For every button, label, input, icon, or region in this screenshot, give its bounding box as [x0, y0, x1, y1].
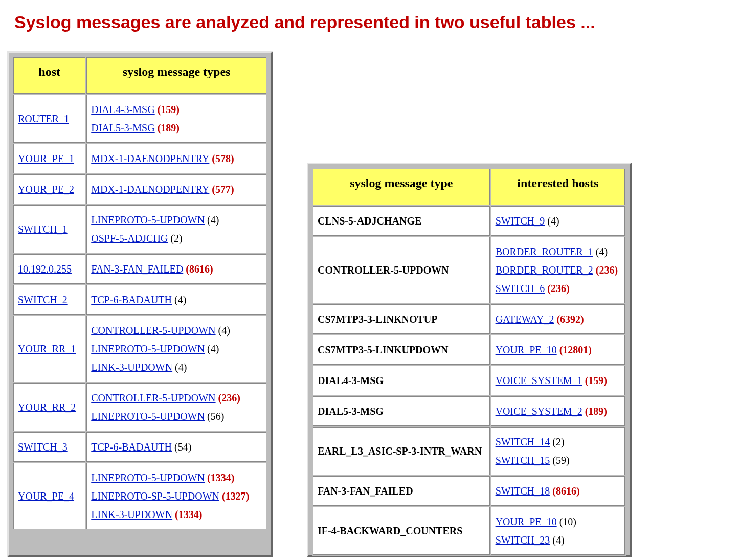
msg-types-cell: CONTROLLER-5-UPDOWN (4)LINEPROTO-5-UPDOW… [86, 316, 266, 382]
table-row: YOUR_PE_4LINEPROTO-5-UPDOWN (1334)LINEPR… [13, 463, 266, 529]
msg-count: (577) [209, 184, 234, 195]
table-row: SWITCH_2TCP-6-BADAUTH (4) [13, 285, 266, 315]
msg-entry: LINEPROTO-SP-5-UPDOWN (1327) [91, 489, 262, 503]
interested-hosts-cell: YOUR_PE_10 (12801) [491, 335, 625, 365]
host-link[interactable]: BORDER_ROUTER_1 [496, 246, 593, 257]
msg-types-cell: LINEPROTO-5-UPDOWN (4)OSPF-5-ADJCHG (2) [86, 205, 266, 253]
msg-type-link[interactable]: LINEPROTO-5-UPDOWN [91, 343, 205, 354]
interested-hosts-cell: VOICE_SYSTEM_1 (159) [491, 366, 625, 395]
msg-types-cell: FAN-3-FAN_FAILED (8616) [86, 254, 266, 284]
interested-hosts-cell: YOUR_PE_10 (10)SWITCH_23 (4) [491, 507, 625, 555]
host-cell: YOUR_PE_2 [13, 174, 85, 204]
msg-entry: LINEPROTO-5-UPDOWN (4) [91, 342, 262, 356]
msg-entry: TCP-6-BADAUTH (4) [91, 293, 262, 307]
msg-type-link[interactable]: DIAL5-3-MSG [91, 122, 154, 133]
host-link[interactable]: SWITCH_15 [496, 455, 550, 466]
msg-type-link[interactable]: LINK-3-UPDOWN [91, 509, 172, 520]
msg-type-link[interactable]: MDX-1-DAENODPENTRY [91, 153, 209, 164]
interested-hosts-cell: GATEWAY_2 (6392) [491, 304, 625, 334]
host-link[interactable]: YOUR_PE_1 [18, 153, 74, 164]
msg-type-link[interactable]: DIAL4-3-MSG [91, 104, 154, 115]
msg-entry: TCP-6-BADAUTH (54) [91, 440, 262, 454]
host-entry: GATEWAY_2 (6392) [496, 312, 620, 326]
table-row: ROUTER_1DIAL4-3-MSG (159)DIAL5-3-MSG (18… [13, 95, 266, 143]
host-link[interactable]: YOUR_PE_10 [496, 516, 557, 527]
table-row: YOUR_PE_1MDX-1-DAENODPENTRY (578) [13, 144, 266, 173]
msg-type-link[interactable]: LINK-3-UPDOWN [91, 362, 172, 373]
msg-count: (1334) [205, 472, 234, 483]
msg-type-link[interactable]: CONTROLLER-5-UPDOWN [91, 392, 215, 404]
msg-entry: LINK-3-UPDOWN (4) [91, 360, 262, 374]
host-link[interactable]: SWITCH_6 [496, 283, 545, 294]
host-entry: SWITCH_9 (4) [496, 214, 620, 228]
table-row: CLNS-5-ADJCHANGESWITCH_9 (4) [313, 206, 625, 236]
msg-type-link[interactable]: LINEPROTO-SP-5-UPDOWN [91, 490, 219, 502]
host-count: (4) [545, 215, 559, 227]
page-title: Syslog messages are analyzed and represe… [14, 12, 726, 32]
host-link[interactable]: SWITCH_1 [18, 223, 68, 235]
host-link[interactable]: YOUR_PE_10 [496, 344, 557, 355]
host-link[interactable]: VOICE_SYSTEM_2 [496, 406, 582, 417]
msg-entry: DIAL5-3-MSG (189) [91, 121, 262, 135]
table-row: IF-4-BACKWARD_COUNTERSYOUR_PE_10 (10)SWI… [313, 507, 625, 555]
msg-types-cell: LINEPROTO-5-UPDOWN (1334)LINEPROTO-SP-5-… [86, 463, 266, 529]
msg-type-link[interactable]: TCP-6-BADAUTH [91, 441, 172, 453]
msg-type-link[interactable]: FAN-3-FAN_FAILED [91, 263, 183, 275]
host-syslog-table: host syslog message types ROUTER_1DIAL4-… [12, 56, 267, 530]
host-link[interactable]: SWITCH_3 [18, 441, 68, 453]
host-link[interactable]: 10.192.0.255 [18, 263, 72, 275]
type-hosts-table: syslog message type interested hosts CLN… [312, 168, 626, 556]
host-link[interactable]: SWITCH_23 [496, 534, 550, 546]
msg-type-label: EARL_L3_ASIC-SP-3-INTR_WARN [318, 445, 482, 457]
host-entry: SWITCH_18 (8616) [496, 484, 620, 498]
host-link[interactable]: ROUTER_1 [18, 113, 69, 124]
msg-types-cell: DIAL4-3-MSG (159)DIAL5-3-MSG (189) [86, 95, 266, 143]
msg-entry: OSPF-5-ADJCHG (2) [91, 231, 262, 245]
msg-type-link[interactable]: LINEPROTO-5-UPDOWN [91, 472, 205, 483]
table-row: FAN-3-FAN_FAILEDSWITCH_18 (8616) [313, 476, 625, 506]
msg-count: (189) [155, 122, 180, 133]
msg-type-link[interactable]: LINEPROTO-5-UPDOWN [91, 411, 205, 422]
host-link[interactable]: YOUR_PE_2 [18, 184, 74, 195]
msg-type-link[interactable]: MDX-1-DAENODPENTRY [91, 184, 209, 195]
col-host: host [13, 57, 85, 94]
host-link[interactable]: SWITCH_14 [496, 436, 550, 447]
host-cell: SWITCH_2 [13, 285, 85, 315]
msg-type-link[interactable]: OSPF-5-ADJCHG [91, 233, 168, 244]
host-entry: VOICE_SYSTEM_1 (159) [496, 373, 620, 388]
msg-count: (4) [172, 294, 186, 305]
host-entry: BORDER_ROUTER_1 (4) [496, 244, 620, 259]
host-link[interactable]: YOUR_RR_2 [18, 401, 76, 413]
host-link[interactable]: GATEWAY_2 [496, 313, 554, 325]
host-cell: 10.192.0.255 [13, 254, 85, 284]
host-link[interactable]: YOUR_RR_1 [18, 343, 76, 354]
table-row: CONTROLLER-5-UPDOWNBORDER_ROUTER_1 (4)BO… [313, 237, 625, 303]
host-link[interactable]: VOICE_SYSTEM_1 [496, 375, 582, 386]
host-link[interactable]: SWITCH_18 [496, 485, 550, 497]
msg-type-link[interactable]: TCP-6-BADAUTH [91, 294, 172, 305]
msg-type-cell: DIAL4-3-MSG [313, 366, 490, 395]
host-count: (236) [545, 283, 569, 294]
host-cell: SWITCH_1 [13, 205, 85, 253]
host-link[interactable]: SWITCH_9 [496, 215, 545, 227]
host-link[interactable]: BORDER_ROUTER_2 [496, 264, 593, 276]
msg-type-link[interactable]: CONTROLLER-5-UPDOWN [91, 325, 215, 336]
table-row: YOUR_RR_1CONTROLLER-5-UPDOWN (4)LINEPROT… [13, 316, 266, 382]
interested-hosts-cell: SWITCH_14 (2)SWITCH_15 (59) [491, 427, 625, 475]
msg-type-link[interactable]: LINEPROTO-5-UPDOWN [91, 214, 205, 226]
host-count: (2) [550, 436, 564, 447]
msg-entry: LINEPROTO-5-UPDOWN (56) [91, 409, 262, 423]
msg-type-label: DIAL4-3-MSG [318, 375, 384, 386]
table-row: CS7MTP3-3-LINKNOTUPGATEWAY_2 (6392) [313, 304, 625, 334]
host-link[interactable]: SWITCH_2 [18, 294, 68, 305]
msg-type-cell: EARL_L3_ASIC-SP-3-INTR_WARN [313, 427, 490, 475]
table-row: SWITCH_1LINEPROTO-5-UPDOWN (4)OSPF-5-ADJ… [13, 205, 266, 253]
table-row: CS7MTP3-5-LINKUPDOWNYOUR_PE_10 (12801) [313, 335, 625, 365]
host-cell: YOUR_RR_2 [13, 383, 85, 431]
msg-type-label: FAN-3-FAN_FAILED [318, 485, 413, 497]
host-count: (189) [582, 406, 607, 417]
host-entry: SWITCH_23 (4) [496, 533, 620, 547]
host-link[interactable]: YOUR_PE_4 [18, 490, 74, 502]
msg-type-label: CS7MTP3-5-LINKUPDOWN [318, 344, 449, 355]
host-cell: YOUR_PE_1 [13, 144, 85, 173]
